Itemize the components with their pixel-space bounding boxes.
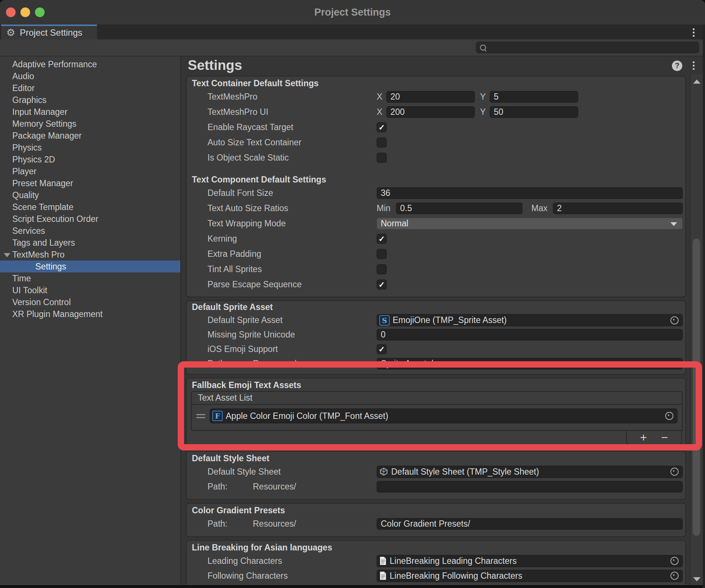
row-tint-all-sprites: Tint All Sprites (187, 262, 683, 277)
row-leading-characters: Leading Characters LineBreaking Leading … (187, 553, 683, 568)
drag-handle-icon[interactable] (196, 414, 205, 418)
style-sheet-icon (379, 467, 388, 476)
sidebar-item-time[interactable]: Time (0, 272, 180, 284)
sidebar-item-package-manager[interactable]: Package Manager (0, 130, 180, 142)
default-font-size-input[interactable]: 36 (377, 187, 683, 199)
sidebar-item-scene-template[interactable]: Scene Template (0, 201, 180, 213)
sidebar-item-textmesh-pro[interactable]: TextMesh Pro (0, 249, 180, 261)
project-settings-window: Project Settings ⚙ Project Settings Adap… (0, 0, 705, 588)
panel-header: Settings ? (181, 56, 705, 74)
sidebar-item-ui-toolkit[interactable]: UI Toolkit (0, 284, 180, 296)
foldout-expanded-icon[interactable] (4, 253, 10, 257)
section-title: Color Gradient Presets (187, 504, 683, 516)
tab-bar: ⚙ Project Settings (0, 25, 705, 39)
sidebar-item-preset-manager[interactable]: Preset Manager (0, 177, 180, 189)
following-characters-object-field[interactable]: LineBreaking Following Characters (377, 570, 683, 582)
textmeshpro-y-input[interactable]: 5 (490, 91, 578, 103)
sidebar-item-audio[interactable]: Audio (0, 70, 180, 82)
auto-size-max-input[interactable]: 2 (553, 203, 683, 214)
ios-emoji-support-checkbox[interactable]: ✓ (377, 344, 387, 354)
enable-raycast-target-checkbox[interactable]: ✓ (377, 122, 387, 132)
section-text-container-defaults: Text Container Default Settings TextMesh… (186, 76, 686, 297)
text-asset-list-body: F Apple Color Emoji Color (TMP_Font Asse… (191, 405, 683, 431)
sidebar-item-services[interactable]: Services (0, 225, 180, 237)
scrollbar-thumb[interactable] (693, 239, 700, 536)
textmeshpro-ui-x-input[interactable]: 200 (386, 106, 475, 118)
row-is-object-scale-static: Is Object Scale Static (187, 150, 683, 165)
object-picker-icon[interactable] (665, 412, 673, 420)
tint-all-sprites-checkbox[interactable] (377, 264, 387, 274)
gear-icon: ⚙ (6, 28, 15, 38)
auto-size-text-container-checkbox[interactable] (377, 138, 387, 148)
traffic-lights (6, 7, 45, 17)
sidebar-item-xr-plugin-management[interactable]: XR Plugin Management (0, 308, 180, 320)
row-text-wrapping-mode: Text Wrapping Mode Normal (187, 216, 683, 231)
sidebar-item-quality[interactable]: Quality (0, 189, 180, 201)
text-wrapping-mode-dropdown[interactable]: Normal (377, 218, 683, 229)
search-input[interactable] (476, 42, 699, 53)
section-title: Text Container Default Settings (187, 77, 683, 89)
missing-sprite-unicode-input[interactable]: 0 (377, 329, 683, 340)
auto-size-min-input[interactable]: 0.5 (396, 203, 522, 214)
vertical-scrollbar[interactable] (690, 74, 703, 588)
section-fallback-emoji-text-assets: Fallback Emoji Text Assets Text Asset Li… (186, 378, 686, 448)
sidebar-item-textmeshpro-settings[interactable]: Settings (0, 261, 180, 272)
sidebar-item-adaptive-performance[interactable]: Adaptive Performance (0, 58, 180, 70)
fallback-font-asset-object-field[interactable]: F Apple Color Emoji Color (TMP_Font Asse… (210, 408, 677, 423)
text-asset-reorderable-list: Text Asset List F Apple Color Emoji Colo… (191, 391, 683, 445)
window-title: Project Settings (314, 7, 391, 18)
sidebar-item-graphics[interactable]: Graphics (0, 94, 180, 106)
textmeshpro-ui-y-input[interactable]: 50 (490, 106, 578, 118)
tab-label: Project Settings (20, 28, 82, 38)
row-auto-size-text-container: Auto Size Text Container (187, 135, 683, 150)
close-button[interactable] (6, 7, 16, 17)
is-object-scale-static-checkbox[interactable] (377, 153, 387, 163)
section-default-sprite-asset: Default Sprite Asset Default Sprite Asse… (186, 300, 686, 375)
sidebar-item-script-execution-order[interactable]: Script Execution Order (0, 213, 180, 225)
add-item-button[interactable]: + (640, 432, 647, 443)
tab-project-settings[interactable]: ⚙ Project Settings (1, 25, 97, 39)
object-picker-icon[interactable] (670, 316, 679, 324)
object-picker-icon[interactable] (670, 572, 679, 580)
text-asset-list-header: Text Asset List (191, 391, 683, 405)
sidebar-item-version-control[interactable]: Version Control (0, 296, 180, 308)
row-default-sprite-asset: Default Sprite Asset S EmojiOne (TMP_Spr… (187, 313, 683, 327)
sidebar-item-physics-2d[interactable]: Physics 2D (0, 154, 180, 165)
row-default-font-size: Default Font Size 36 (187, 185, 683, 201)
minimize-button[interactable] (20, 7, 30, 17)
object-picker-icon[interactable] (670, 468, 679, 476)
scroll-down-icon[interactable] (693, 577, 701, 581)
section-title: Default Sprite Asset (187, 301, 683, 313)
section-title: Line Breaking for Asian languages (187, 542, 683, 553)
scroll-up-icon[interactable] (693, 80, 701, 84)
sprite-asset-path-input[interactable]: Sprite Assets/ (377, 358, 683, 369)
textmeshpro-x-input[interactable]: 20 (386, 91, 475, 103)
sidebar-item-physics[interactable]: Physics (0, 142, 180, 154)
zoom-button[interactable] (35, 7, 45, 17)
object-picker-icon[interactable] (670, 557, 679, 565)
style-sheet-path-input[interactable] (377, 481, 683, 492)
screen-edge-strip (703, 25, 705, 588)
tab-menu-kebab-icon[interactable] (691, 27, 696, 38)
help-icon[interactable]: ? (672, 61, 682, 71)
kerning-checkbox[interactable]: ✓ (377, 234, 387, 244)
row-extra-padding: Extra Padding (187, 246, 683, 262)
sidebar-item-tags-and-layers[interactable]: Tags and Layers (0, 237, 180, 249)
text-asset-icon (379, 571, 387, 580)
extra-padding-checkbox[interactable] (377, 249, 387, 259)
remove-item-button[interactable]: − (661, 432, 668, 443)
row-style-sheet-path: Path:Resources/ (187, 479, 683, 494)
sidebar-item-player[interactable]: Player (0, 165, 180, 177)
default-sprite-asset-object-field[interactable]: S EmojiOne (TMP_Sprite Asset) (377, 314, 683, 326)
titlebar: Project Settings (0, 0, 705, 25)
sidebar-item-editor[interactable]: Editor (0, 82, 180, 94)
parse-escape-sequence-checkbox[interactable]: ✓ (377, 280, 387, 290)
sidebar-item-memory-settings[interactable]: Memory Settings (0, 118, 180, 130)
default-style-sheet-object-field[interactable]: Default Style Sheet (TMP_Style Sheet) (377, 466, 683, 478)
window-body: Adaptive Performance Audio Editor Graphi… (0, 56, 705, 588)
sidebar-item-input-manager[interactable]: Input Manager (0, 106, 180, 118)
leading-characters-object-field[interactable]: LineBreaking Leading Characters (377, 555, 683, 567)
gradient-path-input[interactable]: Color Gradient Presets/ (377, 518, 683, 530)
panel-menu-kebab-icon[interactable] (691, 60, 696, 71)
row-sprite-asset-path: Path:Resources/ Sprite Assets/ (187, 356, 683, 371)
